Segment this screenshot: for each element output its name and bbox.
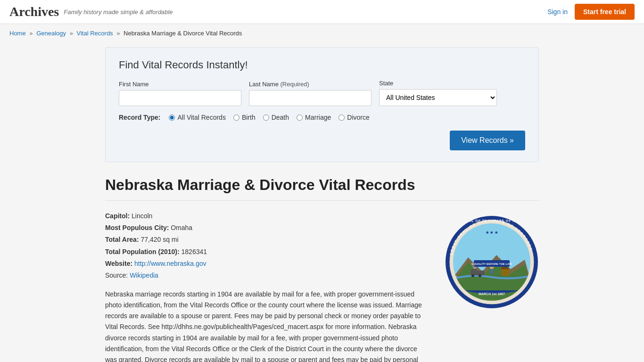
record-type-marriage-radio[interactable] <box>297 115 303 121</box>
record-type-divorce-radio[interactable] <box>339 115 345 121</box>
description-text: Nebraska marriage records starting in 19… <box>105 289 430 362</box>
breadcrumb-home[interactable]: Home <box>9 30 26 37</box>
view-records-button[interactable]: View Records » <box>450 131 525 150</box>
population-info: Total Population (2010): 1826341 <box>105 246 430 258</box>
record-type-birth-radio[interactable] <box>233 115 239 121</box>
start-trial-button[interactable]: Start free trial <box>575 4 635 20</box>
record-type-row: Record Type: All Vital Records Birth Dea… <box>119 114 525 121</box>
record-type-options: All Vital Records Birth Death Marriage D… <box>169 114 369 121</box>
total-area-info: Total Area: 77,420 sq mi <box>105 234 430 246</box>
record-type-marriage[interactable]: Marriage <box>297 114 331 121</box>
search-actions: View Records » <box>119 131 525 150</box>
info-text: Capitol: Lincoln Most Populous City: Oma… <box>105 210 430 362</box>
record-type-birth[interactable]: Birth <box>233 114 256 121</box>
site-logo: Archives <box>9 4 59 19</box>
site-tagline: Family history made simple & affordable <box>64 8 173 16</box>
capitol-info: Capitol: Lincoln <box>105 210 430 222</box>
state-seal-svg: ★ ★ ★ GREAT SEAL OF THE STATE OF NEBRASK… <box>445 215 539 309</box>
website-info: Website: http://www.nebraska.gov <box>105 258 430 270</box>
search-card: Find Vital Records Instantly! First Name… <box>105 47 539 162</box>
sign-in-link[interactable]: Sign in <box>547 8 568 16</box>
page-title: Nebraska Marriage & Divorce Vital Record… <box>105 176 539 201</box>
breadcrumb-vital-records[interactable]: Vital Records <box>77 30 113 37</box>
record-type-divorce[interactable]: Divorce <box>339 114 369 121</box>
header-left: Archives Family history made simple & af… <box>9 4 173 19</box>
svg-text:MARCH 1st 1867: MARCH 1st 1867 <box>479 292 505 296</box>
breadcrumb-sep-3: » <box>116 30 120 37</box>
website-link[interactable]: http://www.nebraska.gov <box>134 260 206 267</box>
last-name-input[interactable] <box>249 90 372 106</box>
breadcrumb-genealogy[interactable]: Genealogy <box>36 30 66 37</box>
record-type-all-radio[interactable] <box>169 115 175 121</box>
site-header: Archives Family history made simple & af… <box>0 0 644 24</box>
source-info: Source: Wikipedia <box>105 270 430 281</box>
state-seal: ★ ★ ★ GREAT SEAL OF THE STATE OF NEBRASK… <box>445 215 539 309</box>
state-label: State <box>379 80 497 87</box>
svg-text:★  ★  ★: ★ ★ ★ <box>486 230 498 235</box>
state-select[interactable]: All United States <box>379 89 497 106</box>
svg-point-10 <box>471 274 474 277</box>
search-fields: First Name Last Name (Required) State Al… <box>119 80 525 106</box>
svg-text:EQUALITY BEFORE THE LAW: EQUALITY BEFORE THE LAW <box>471 263 512 265</box>
search-card-title: Find Vital Records Instantly! <box>119 59 525 71</box>
first-name-field-group: First Name <box>119 81 241 106</box>
svg-rect-13 <box>501 269 510 276</box>
record-type-death[interactable]: Death <box>263 114 289 121</box>
record-type-label: Record Type: <box>119 114 160 121</box>
first-name-label: First Name <box>119 81 241 88</box>
breadcrumb-sep-1: » <box>29 30 33 37</box>
info-list: Capitol: Lincoln Most Populous City: Oma… <box>105 210 430 281</box>
record-type-death-radio[interactable] <box>263 115 269 121</box>
info-section: Capitol: Lincoln Most Populous City: Oma… <box>105 210 539 362</box>
last-name-label: Last Name (Required) <box>249 81 372 88</box>
source-link[interactable]: Wikipedia <box>130 272 158 279</box>
populous-city-info: Most Populous City: Omaha <box>105 222 430 234</box>
last-name-field-group: Last Name (Required) <box>249 81 372 106</box>
header-right: Sign in Start free trial <box>547 4 635 20</box>
svg-point-11 <box>479 274 481 277</box>
record-type-all[interactable]: All Vital Records <box>169 114 225 121</box>
svg-rect-16 <box>490 269 493 274</box>
first-name-input[interactable] <box>119 90 241 106</box>
breadcrumb: Home » Genealogy » Vital Records » Nebra… <box>0 24 644 42</box>
breadcrumb-current: Nebraska Marriage & Divorce Vital Record… <box>124 30 242 37</box>
main-content: Find Vital Records Instantly! First Name… <box>96 42 548 362</box>
svg-rect-9 <box>471 269 477 272</box>
state-field-group: State All United States <box>379 80 497 106</box>
breadcrumb-sep-2: » <box>70 30 73 37</box>
